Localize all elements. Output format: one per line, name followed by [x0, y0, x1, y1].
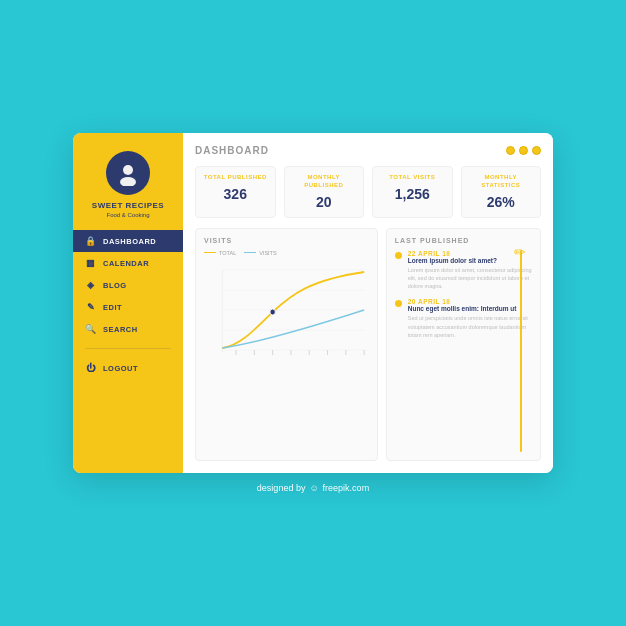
page-title: DASHBOARD	[195, 145, 269, 156]
pencil-icon: ✏	[514, 244, 526, 260]
timeline-line	[520, 250, 522, 452]
logout-icon: ⏻	[85, 363, 97, 373]
svg-point-16	[270, 309, 275, 315]
legend-label-visits: VISITS	[259, 250, 276, 256]
sidebar-item-calendar[interactable]: ▦ CALENDAR	[73, 252, 183, 274]
stat-value-1: 20	[291, 194, 358, 210]
sidebar-nav: 🔒 DASHBOARD ▦ CALENDAR ◈ BLOG ✎ EDIT 🔍	[73, 230, 183, 379]
avatar	[106, 151, 150, 195]
svg-point-1	[120, 177, 136, 186]
legend-visits: VISITS	[244, 250, 276, 256]
nav-divider	[85, 348, 171, 349]
svg-point-0	[123, 165, 133, 175]
stat-label-3: MONTHLY STATISTICS	[468, 174, 535, 190]
pub-content-1: 20 APRIL 18 Nunc eget mollis enim: Inter…	[408, 298, 532, 339]
stat-label-2: TOTAL VISITS	[379, 174, 446, 182]
legend-total: TOTAL	[204, 250, 236, 256]
main-content: DASHBOARD TOTAL PUBLISHED 326 MONTHLY PU…	[183, 133, 553, 473]
lock-icon: 🔒	[85, 236, 97, 246]
edit-icon: ✎	[85, 302, 97, 312]
legend-dot-total	[204, 252, 216, 254]
pub-dot-1	[395, 300, 402, 307]
sidebar: SWEET RECIPES Food & Cooking 🔒 DASHBOARD…	[73, 133, 183, 473]
stat-label-1: MONTHLY PUBLISHED	[291, 174, 358, 190]
legend-dot-visits	[244, 252, 256, 254]
stat-card-1: MONTHLY PUBLISHED 20	[284, 166, 365, 218]
sidebar-item-edit[interactable]: ✎ EDIT	[73, 296, 183, 318]
chart-legend: TOTAL VISITS	[204, 250, 369, 256]
stat-value-2: 1,256	[379, 186, 446, 202]
pub-dot-0	[395, 252, 402, 259]
stat-value-3: 26%	[468, 194, 535, 210]
legend-label-total: TOTAL	[219, 250, 236, 256]
wc-dot-1[interactable]	[506, 146, 515, 155]
wc-dot-3[interactable]	[532, 146, 541, 155]
sidebar-label-edit: EDIT	[103, 303, 122, 312]
pub-item-1: 20 APRIL 18 Nunc eget mollis enim: Inter…	[395, 298, 532, 339]
footer-brand: freepik.com	[323, 483, 370, 493]
sidebar-label-calendar: CALENDAR	[103, 259, 149, 268]
sidebar-brand: SWEET RECIPES	[92, 201, 164, 210]
outer-wrapper: SWEET RECIPES Food & Cooking 🔒 DASHBOARD…	[73, 133, 553, 493]
pub-item-0: 22 APRIL 18 Lorem ipsum dolor sit amet? …	[395, 250, 532, 291]
search-icon: 🔍	[85, 324, 97, 334]
sidebar-item-blog[interactable]: ◈ BLOG	[73, 274, 183, 296]
sidebar-sub: Food & Cooking	[106, 212, 149, 218]
sidebar-label-blog: BLOG	[103, 281, 127, 290]
visits-panel: VISITS TOTAL VISITS	[195, 228, 378, 461]
published-panel-title: LAST PUBLISHED	[395, 237, 532, 244]
dashboard-container: SWEET RECIPES Food & Cooking 🔒 DASHBOARD…	[73, 133, 553, 473]
footer-text: designed by	[257, 483, 306, 493]
footer-emoji: ☺	[309, 483, 318, 493]
chart-area	[204, 260, 369, 452]
stat-card-0: TOTAL PUBLISHED 326	[195, 166, 276, 218]
pub-text-1: Sed ut perspiciatis unde omnis iste natu…	[408, 314, 532, 339]
calendar-icon: ▦	[85, 258, 97, 268]
visits-panel-title: VISITS	[204, 237, 369, 244]
stat-card-2: TOTAL VISITS 1,256	[372, 166, 453, 218]
pub-date-1: 20 APRIL 18	[408, 298, 532, 305]
sidebar-label-logout: LOGOUT	[103, 364, 138, 373]
stat-card-3: MONTHLY STATISTICS 26%	[461, 166, 542, 218]
sidebar-label-dashboard: DASHBOARD	[103, 237, 156, 246]
blog-icon: ◈	[85, 280, 97, 290]
footer-credit: designed by ☺ freepik.com	[257, 483, 369, 493]
sidebar-item-dashboard[interactable]: 🔒 DASHBOARD	[73, 230, 183, 252]
pub-heading-1: Nunc eget mollis enim: Interdum ut	[408, 305, 532, 312]
sidebar-item-search[interactable]: 🔍 SEARCH	[73, 318, 183, 340]
published-panel: LAST PUBLISHED 22 APRIL 18 Lorem ipsum d…	[386, 228, 541, 461]
main-header: DASHBOARD	[195, 145, 541, 156]
bottom-row: VISITS TOTAL VISITS	[195, 228, 541, 461]
sidebar-label-search: SEARCH	[103, 325, 138, 334]
window-controls	[506, 146, 541, 155]
sidebar-item-logout[interactable]: ⏻ LOGOUT	[73, 357, 183, 379]
stat-label-0: TOTAL PUBLISHED	[202, 174, 269, 182]
published-items: 22 APRIL 18 Lorem ipsum dolor sit amet? …	[395, 250, 532, 452]
pub-text-0: Lorem ipsum dolor sit amet, consectetur …	[408, 266, 532, 291]
stats-row: TOTAL PUBLISHED 326 MONTHLY PUBLISHED 20…	[195, 166, 541, 218]
stat-value-0: 326	[202, 186, 269, 202]
wc-dot-2[interactable]	[519, 146, 528, 155]
